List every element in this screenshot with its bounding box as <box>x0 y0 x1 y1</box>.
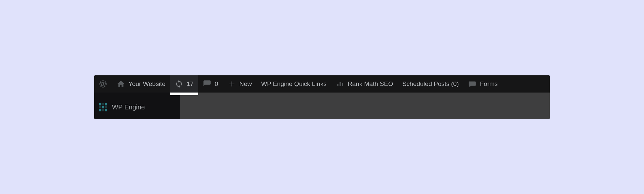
wordpress-admin-frame: Your Website 17 0 New WP Engine Quick Li… <box>94 75 550 119</box>
wp-engine-quicklinks-menu[interactable]: WP Engine Quick Links <box>257 75 331 93</box>
updates-count: 17 <box>187 80 194 88</box>
forms-label: Forms <box>480 80 498 88</box>
admin-sidebar: WP Engine <box>94 93 180 119</box>
site-name-label: Your Website <box>128 80 165 88</box>
rank-math-menu[interactable]: Rank Math SEO <box>331 75 398 93</box>
forms-menu[interactable]: Forms <box>463 75 502 93</box>
plus-icon <box>228 80 236 88</box>
rank-math-label: Rank Math SEO <box>348 80 393 88</box>
new-label: New <box>239 80 252 88</box>
bar-chart-icon <box>336 80 344 88</box>
site-name-menu[interactable]: Your Website <box>112 75 170 93</box>
comments-count: 0 <box>215 80 218 88</box>
admin-content-area <box>180 93 550 119</box>
comment-icon <box>203 80 211 88</box>
sidebar-item-label: WP Engine <box>112 103 145 111</box>
wordpress-logo-icon <box>99 80 107 88</box>
home-icon <box>117 80 125 88</box>
wordpress-logo-menu[interactable] <box>94 75 112 93</box>
scheduled-posts-menu[interactable]: Scheduled Posts (0) <box>398 75 463 93</box>
wp-engine-quicklinks-label: WP Engine Quick Links <box>261 80 327 88</box>
refresh-icon <box>175 80 183 88</box>
updates-menu[interactable]: 17 <box>170 75 198 93</box>
wp-engine-grid-icon <box>99 103 107 112</box>
wp-admin-toolbar: Your Website 17 0 New WP Engine Quick Li… <box>94 75 550 93</box>
new-content-menu[interactable]: New <box>223 75 257 93</box>
admin-body: WP Engine <box>94 93 550 119</box>
scheduled-posts-label: Scheduled Posts (0) <box>402 80 459 88</box>
sidebar-item-wp-engine[interactable]: WP Engine <box>94 99 180 116</box>
forms-icon <box>468 80 477 88</box>
comments-menu[interactable]: 0 <box>198 75 223 93</box>
